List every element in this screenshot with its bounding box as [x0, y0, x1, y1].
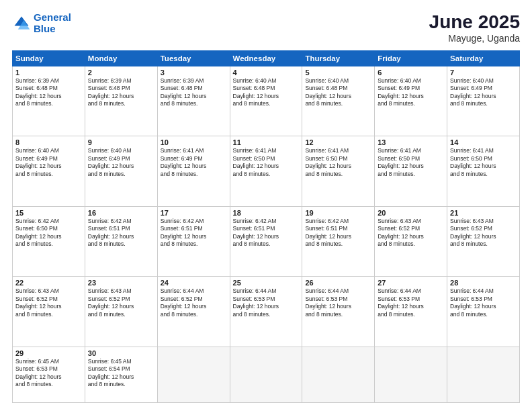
day-info: Sunrise: 6:39 AMSunset: 6:48 PMDaylight:… [88, 77, 154, 108]
col-sunday: Sunday [13, 50, 85, 66]
page: General Blue June 2025 Mayuge, Uganda Su… [0, 0, 532, 411]
day-info: Sunrise: 6:41 AMSunset: 6:50 PMDaylight:… [233, 147, 300, 178]
day-number: 7 [450, 68, 517, 77]
day-number: 13 [378, 138, 444, 146]
day-number: 25 [233, 279, 300, 287]
table-row: 14Sunrise: 6:41 AMSunset: 6:50 PMDayligh… [447, 136, 520, 207]
table-row: 2Sunrise: 6:39 AMSunset: 6:48 PMDaylight… [85, 66, 157, 136]
day-info: Sunrise: 6:42 AMSunset: 6:51 PMDaylight:… [233, 218, 300, 248]
day-info: Sunrise: 6:40 AMSunset: 6:48 PMDaylight:… [233, 77, 300, 108]
day-number: 3 [161, 68, 227, 77]
table-row: 12Sunrise: 6:41 AMSunset: 6:50 PMDayligh… [302, 136, 375, 207]
day-info: Sunrise: 6:43 AMSunset: 6:52 PMDaylight:… [88, 287, 154, 318]
day-number: 8 [15, 138, 82, 146]
table-row: 8Sunrise: 6:40 AMSunset: 6:49 PMDaylight… [13, 136, 85, 207]
day-number: 23 [88, 279, 154, 287]
header-row: Sunday Monday Tuesday Wednesday Thursday… [13, 50, 520, 66]
day-number: 29 [15, 349, 82, 357]
col-monday: Monday [85, 50, 157, 66]
table-row: 20Sunrise: 6:43 AMSunset: 6:52 PMDayligh… [375, 206, 447, 277]
table-row: 28Sunrise: 6:44 AMSunset: 6:53 PMDayligh… [447, 277, 520, 347]
day-info: Sunrise: 6:44 AMSunset: 6:52 PMDaylight:… [161, 287, 227, 318]
header: General Blue June 2025 Mayuge, Uganda [12, 12, 520, 44]
col-thursday: Thursday [302, 50, 375, 66]
day-number: 27 [378, 279, 444, 287]
day-info: Sunrise: 6:43 AMSunset: 6:52 PMDaylight:… [450, 218, 517, 248]
table-row [375, 347, 447, 402]
title-area: June 2025 Mayuge, Uganda [429, 12, 520, 44]
table-row: 23Sunrise: 6:43 AMSunset: 6:52 PMDayligh… [85, 277, 157, 347]
table-row: 11Sunrise: 6:41 AMSunset: 6:50 PMDayligh… [230, 136, 302, 207]
table-row: 30Sunrise: 6:45 AMSunset: 6:54 PMDayligh… [85, 347, 157, 402]
day-number: 21 [450, 209, 517, 217]
day-info: Sunrise: 6:41 AMSunset: 6:50 PMDaylight:… [378, 147, 444, 178]
col-wednesday: Wednesday [230, 50, 302, 66]
table-row: 4Sunrise: 6:40 AMSunset: 6:48 PMDaylight… [230, 66, 302, 136]
col-tuesday: Tuesday [157, 50, 230, 66]
table-row: 18Sunrise: 6:42 AMSunset: 6:51 PMDayligh… [230, 206, 302, 277]
day-info: Sunrise: 6:39 AMSunset: 6:48 PMDaylight:… [161, 77, 227, 108]
day-info: Sunrise: 6:42 AMSunset: 6:51 PMDaylight:… [161, 218, 227, 248]
day-info: Sunrise: 6:40 AMSunset: 6:49 PMDaylight:… [88, 147, 154, 178]
table-row [302, 347, 375, 402]
table-row: 21Sunrise: 6:43 AMSunset: 6:52 PMDayligh… [447, 206, 520, 277]
table-row: 3Sunrise: 6:39 AMSunset: 6:48 PMDaylight… [157, 66, 230, 136]
table-row: 10Sunrise: 6:41 AMSunset: 6:49 PMDayligh… [157, 136, 230, 207]
day-number: 6 [378, 68, 444, 77]
day-info: Sunrise: 6:40 AMSunset: 6:49 PMDaylight:… [450, 77, 517, 108]
table-row: 24Sunrise: 6:44 AMSunset: 6:52 PMDayligh… [157, 277, 230, 347]
day-number: 4 [233, 68, 300, 77]
calendar-table: Sunday Monday Tuesday Wednesday Thursday… [12, 50, 520, 403]
table-row: 16Sunrise: 6:42 AMSunset: 6:51 PMDayligh… [85, 206, 157, 277]
day-info: Sunrise: 6:44 AMSunset: 6:53 PMDaylight:… [378, 287, 444, 318]
day-number: 12 [305, 138, 371, 146]
day-number: 16 [88, 209, 154, 217]
day-number: 17 [161, 209, 227, 217]
day-info: Sunrise: 6:41 AMSunset: 6:49 PMDaylight:… [161, 147, 227, 178]
table-row: 25Sunrise: 6:44 AMSunset: 6:53 PMDayligh… [230, 277, 302, 347]
day-number: 1 [15, 68, 82, 77]
week-row-3: 15Sunrise: 6:42 AMSunset: 6:50 PMDayligh… [13, 206, 520, 277]
day-info: Sunrise: 6:44 AMSunset: 6:53 PMDaylight:… [233, 287, 300, 318]
table-row: 15Sunrise: 6:42 AMSunset: 6:50 PMDayligh… [13, 206, 85, 277]
day-number: 26 [305, 279, 371, 287]
day-info: Sunrise: 6:40 AMSunset: 6:49 PMDaylight:… [15, 147, 82, 178]
day-info: Sunrise: 6:43 AMSunset: 6:52 PMDaylight:… [378, 218, 444, 248]
day-number: 15 [15, 209, 82, 217]
day-number: 20 [378, 209, 444, 217]
table-row: 13Sunrise: 6:41 AMSunset: 6:50 PMDayligh… [375, 136, 447, 207]
day-info: Sunrise: 6:41 AMSunset: 6:50 PMDaylight:… [305, 147, 371, 178]
week-row-1: 1Sunrise: 6:39 AMSunset: 6:48 PMDaylight… [13, 66, 520, 136]
logo-line2: Blue [34, 23, 56, 34]
month-title: June 2025 [429, 12, 520, 33]
day-info: Sunrise: 6:39 AMSunset: 6:48 PMDaylight:… [15, 77, 82, 108]
day-info: Sunrise: 6:42 AMSunset: 6:51 PMDaylight:… [305, 218, 371, 248]
day-info: Sunrise: 6:42 AMSunset: 6:51 PMDaylight:… [88, 218, 154, 248]
week-row-4: 22Sunrise: 6:43 AMSunset: 6:52 PMDayligh… [13, 277, 520, 347]
day-number: 18 [233, 209, 300, 217]
table-row: 19Sunrise: 6:42 AMSunset: 6:51 PMDayligh… [302, 206, 375, 277]
week-row-2: 8Sunrise: 6:40 AMSunset: 6:49 PMDaylight… [13, 136, 520, 207]
day-info: Sunrise: 6:42 AMSunset: 6:50 PMDaylight:… [15, 218, 82, 248]
table-row: 26Sunrise: 6:44 AMSunset: 6:53 PMDayligh… [302, 277, 375, 347]
table-row: 17Sunrise: 6:42 AMSunset: 6:51 PMDayligh… [157, 206, 230, 277]
table-row [447, 347, 520, 402]
day-number: 30 [88, 349, 154, 357]
table-row: 7Sunrise: 6:40 AMSunset: 6:49 PMDaylight… [447, 66, 520, 136]
table-row: 29Sunrise: 6:45 AMSunset: 6:53 PMDayligh… [13, 347, 85, 402]
day-info: Sunrise: 6:40 AMSunset: 6:49 PMDaylight:… [378, 77, 444, 108]
table-row: 5Sunrise: 6:40 AMSunset: 6:48 PMDaylight… [302, 66, 375, 136]
day-info: Sunrise: 6:44 AMSunset: 6:53 PMDaylight:… [450, 287, 517, 318]
col-saturday: Saturday [447, 50, 520, 66]
day-number: 24 [161, 279, 227, 287]
logo: General Blue [12, 12, 71, 34]
table-row: 6Sunrise: 6:40 AMSunset: 6:49 PMDaylight… [375, 66, 447, 136]
subtitle: Mayuge, Uganda [429, 33, 520, 44]
day-number: 9 [88, 138, 154, 146]
day-number: 19 [305, 209, 371, 217]
day-info: Sunrise: 6:44 AMSunset: 6:53 PMDaylight:… [305, 287, 371, 318]
table-row: 9Sunrise: 6:40 AMSunset: 6:49 PMDaylight… [85, 136, 157, 207]
table-row [230, 347, 302, 402]
logo-text: General Blue [34, 12, 71, 34]
logo-icon [12, 14, 31, 33]
